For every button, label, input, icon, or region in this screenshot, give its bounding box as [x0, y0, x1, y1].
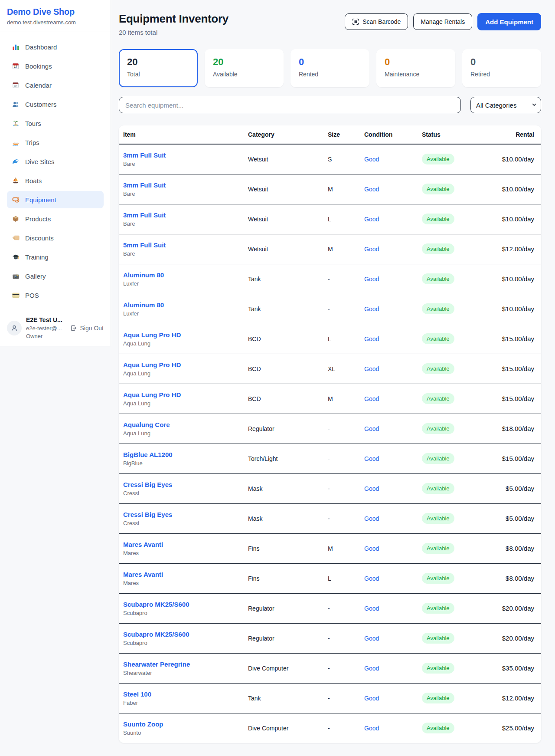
condition-link[interactable]: Good [364, 665, 379, 672]
status-badge: Available [422, 603, 454, 614]
column-header-rental: Rental [483, 125, 541, 144]
item-brand: Mares [123, 580, 240, 586]
item-name-link[interactable]: Cressi Big Eyes [123, 511, 240, 518]
sidebar-item-dashboard[interactable]: Dashboard [7, 38, 104, 56]
sidebar-item-label: POS [25, 292, 39, 299]
item-name-link[interactable]: Scubapro MK25/S600 [123, 631, 240, 638]
brand-name[interactable]: Demo Dive Shop [7, 7, 104, 17]
item-name-link[interactable]: Aqua Lung Pro HD [123, 331, 240, 339]
sidebar-item-tours[interactable]: Tours [7, 115, 104, 132]
item-size: - [323, 503, 360, 533]
item-size: - [323, 294, 360, 324]
sidebar-item-discounts[interactable]: Discounts [7, 229, 104, 247]
sidebar-item-dive-sites[interactable]: Dive Sites [7, 153, 104, 170]
item-name-link[interactable]: Aluminum 80 [123, 271, 240, 279]
item-name-link[interactable]: 3mm Full Suit [123, 211, 240, 219]
stat-card-retired[interactable]: 0 Retired [462, 49, 541, 87]
condition-link[interactable]: Good [364, 395, 379, 402]
condition-link[interactable]: Good [364, 216, 379, 223]
item-brand: Aqua Lung [123, 430, 240, 437]
item-category: Wetsuit [244, 144, 323, 174]
sign-out-button[interactable]: Sign Out [70, 325, 104, 332]
item-name-link[interactable]: Suunto Zoop [123, 720, 240, 728]
item-name-link[interactable]: Steel 100 [123, 690, 240, 698]
item-size: - [323, 264, 360, 294]
page-header: Equipment Inventory 20 items total Scan … [119, 12, 541, 36]
item-brand: Aqua Lung [123, 370, 240, 377]
sidebar-item-trips[interactable]: Trips [7, 134, 104, 151]
item-brand: Bare [123, 161, 240, 167]
condition-link[interactable]: Good [364, 455, 379, 462]
stat-card-available[interactable]: 20 Available [205, 49, 284, 87]
stat-card-maintenance[interactable]: 0 Maintenance [376, 49, 455, 87]
condition-link[interactable]: Good [364, 156, 379, 163]
condition-link[interactable]: Good [364, 575, 379, 582]
sidebar-item-label: Products [25, 215, 51, 223]
user-info: E2E Test U... e2e-tester@... Owner [26, 316, 62, 340]
item-brand: Luxfer [123, 280, 240, 287]
condition-link[interactable]: Good [364, 725, 379, 732]
sidebar-item-gallery[interactable]: Gallery [7, 267, 104, 285]
search-input[interactable] [119, 97, 461, 113]
sidebar-item-products[interactable]: Products [7, 210, 104, 227]
sidebar-item-bookings[interactable]: 17 Bookings [7, 57, 104, 75]
equipment-table: Item Category Size Condition Status Rent… [119, 125, 541, 743]
category-select-wrap: All Categories [470, 97, 541, 113]
user-name: E2E Test U... [26, 316, 62, 324]
stat-card-total[interactable]: 20 Total [119, 49, 198, 87]
item-brand: Shearwater [123, 670, 240, 676]
item-name-link[interactable]: Shearwater Peregrine [123, 661, 240, 668]
column-header-category: Category [244, 125, 323, 144]
sidebar-item-boats[interactable]: Boats [7, 172, 104, 189]
item-rental: $8.00/day [483, 533, 541, 563]
item-name-link[interactable]: 5mm Full Suit [123, 241, 240, 249]
add-equipment-button[interactable]: Add Equipment [477, 13, 541, 30]
sidebar: Demo Dive Shop demo.test.divestreams.com… [0, 0, 111, 346]
condition-link[interactable]: Good [364, 246, 379, 253]
table-row: 5mm Full Suit Bare Wetsuit M Good Availa… [119, 234, 541, 264]
item-name-link[interactable]: BigBlue AL1200 [123, 451, 240, 458]
item-name-link[interactable]: Aqualung Core [123, 421, 240, 428]
condition-link[interactable]: Good [364, 545, 379, 552]
stat-label-rented: Rented [299, 71, 361, 78]
condition-link[interactable]: Good [364, 605, 379, 612]
sidebar-item-pos[interactable]: POS [7, 286, 104, 304]
item-name-link[interactable]: 3mm Full Suit [123, 181, 240, 189]
sign-out-label: Sign Out [80, 325, 104, 332]
sidebar-item-label: Trips [25, 139, 39, 146]
item-name-link[interactable]: Cressi Big Eyes [123, 481, 240, 488]
sidebar-item-customers[interactable]: Customers [7, 95, 104, 113]
item-category: Mask [244, 473, 323, 503]
item-rental: $10.00/day [483, 294, 541, 324]
condition-link[interactable]: Good [364, 335, 379, 342]
condition-link[interactable]: Good [364, 365, 379, 372]
scan-barcode-button[interactable]: Scan Barcode [345, 13, 408, 30]
condition-link[interactable]: Good [364, 306, 379, 312]
item-name-link[interactable]: Mares Avanti [123, 571, 240, 578]
stat-value-maintenance: 0 [385, 56, 447, 68]
sidebar-item-calendar[interactable]: Calendar [7, 76, 104, 94]
condition-link[interactable]: Good [364, 635, 379, 642]
item-name-link[interactable]: 3mm Full Suit [123, 151, 240, 159]
condition-link[interactable]: Good [364, 695, 379, 702]
condition-link[interactable]: Good [364, 515, 379, 522]
item-name-link[interactable]: Mares Avanti [123, 541, 240, 548]
condition-link[interactable]: Good [364, 276, 379, 283]
status-badge: Available [422, 423, 454, 434]
sidebar-item-equipment[interactable]: Equipment [7, 191, 104, 208]
motorboat-icon [11, 138, 20, 146]
item-name-link[interactable]: Aqua Lung Pro HD [123, 391, 240, 398]
item-name-link[interactable]: Aqua Lung Pro HD [123, 361, 240, 368]
category-select[interactable]: All Categories [470, 97, 541, 113]
manage-rentals-button[interactable]: Manage Rentals [413, 13, 472, 30]
condition-link[interactable]: Good [364, 186, 379, 193]
item-name-link[interactable]: Scubapro MK25/S600 [123, 601, 240, 608]
condition-link[interactable]: Good [364, 425, 379, 432]
item-name-link[interactable]: Aluminum 80 [123, 301, 240, 309]
table-row: Cressi Big Eyes Cressi Mask - Good Avail… [119, 473, 541, 503]
sidebar-item-label: Gallery [25, 273, 46, 280]
sidebar-item-training[interactable]: Training [7, 248, 104, 266]
condition-link[interactable]: Good [364, 485, 379, 492]
equipment-table-card: Item Category Size Condition Status Rent… [119, 125, 541, 743]
stat-card-rented[interactable]: 0 Rented [291, 49, 369, 87]
